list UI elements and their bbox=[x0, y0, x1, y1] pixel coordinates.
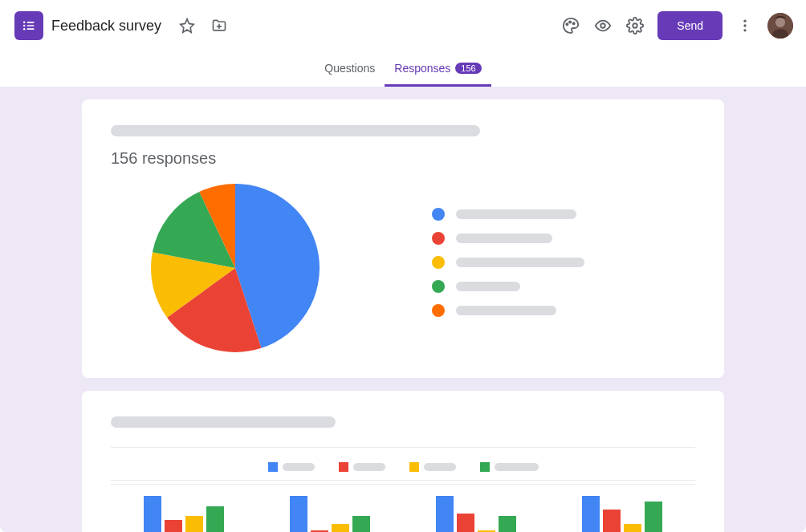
bar bbox=[352, 516, 370, 532]
bar-legend-item bbox=[339, 462, 385, 472]
svg-rect-5 bbox=[27, 28, 35, 30]
account-avatar[interactable] bbox=[767, 13, 793, 39]
svg-point-2 bbox=[23, 25, 26, 27]
tab-responses-label: Responses bbox=[394, 62, 450, 75]
svg-rect-1 bbox=[27, 22, 35, 23]
svg-point-13 bbox=[743, 29, 746, 31]
legend-item bbox=[432, 280, 584, 293]
header: Feedback survey Send bbox=[0, 0, 806, 51]
svg-point-4 bbox=[23, 28, 26, 30]
settings-icon[interactable] bbox=[619, 10, 651, 42]
bar-legend-item bbox=[409, 462, 456, 472]
app-logo[interactable] bbox=[13, 10, 45, 42]
bar-group bbox=[290, 496, 370, 532]
bar-legend-item bbox=[480, 462, 539, 472]
tab-questions-label: Questions bbox=[324, 62, 375, 75]
bar-chart bbox=[111, 484, 695, 532]
bar bbox=[436, 496, 454, 532]
bar bbox=[185, 516, 203, 532]
bar-card bbox=[82, 391, 724, 532]
bar bbox=[165, 520, 182, 532]
legend-item bbox=[432, 256, 584, 269]
bar-group bbox=[582, 496, 662, 532]
svg-point-8 bbox=[573, 22, 575, 24]
question-title-placeholder bbox=[111, 416, 336, 428]
legend-item bbox=[432, 208, 584, 221]
send-button[interactable]: Send bbox=[657, 11, 723, 40]
svg-point-0 bbox=[23, 22, 26, 24]
bar bbox=[603, 510, 621, 532]
svg-point-7 bbox=[569, 21, 571, 22]
tabs: Questions Responses 156 bbox=[0, 51, 806, 87]
responses-count-badge: 156 bbox=[455, 63, 481, 74]
bar bbox=[332, 524, 349, 532]
bar bbox=[624, 524, 641, 532]
pie-legend bbox=[432, 208, 584, 328]
svg-point-15 bbox=[775, 18, 785, 27]
svg-point-6 bbox=[567, 23, 568, 25]
tab-responses[interactable]: Responses 156 bbox=[385, 51, 491, 87]
bar-group bbox=[144, 496, 224, 532]
legend-item bbox=[432, 232, 584, 245]
more-icon[interactable] bbox=[729, 10, 761, 42]
legend-item bbox=[432, 304, 584, 317]
question-title-placeholder bbox=[111, 125, 480, 136]
bar bbox=[582, 496, 600, 532]
star-icon[interactable] bbox=[171, 10, 203, 42]
document-title[interactable]: Feedback survey bbox=[51, 18, 161, 35]
bar-legend bbox=[111, 462, 695, 472]
bar bbox=[144, 496, 161, 532]
svg-point-11 bbox=[743, 20, 746, 22]
bar bbox=[499, 516, 516, 532]
svg-rect-3 bbox=[27, 25, 35, 26]
tab-questions[interactable]: Questions bbox=[315, 51, 385, 87]
pie-chart bbox=[151, 184, 320, 352]
content-area: 156 responses bbox=[0, 87, 806, 532]
bar bbox=[645, 502, 662, 532]
bar bbox=[290, 496, 307, 532]
responses-count-label: 156 responses bbox=[111, 149, 695, 168]
bar bbox=[457, 514, 474, 532]
palette-icon[interactable] bbox=[555, 10, 587, 42]
bar-legend-item bbox=[268, 462, 315, 472]
preview-icon[interactable] bbox=[587, 10, 619, 42]
bar bbox=[206, 506, 224, 532]
svg-point-10 bbox=[633, 23, 638, 28]
bar-group bbox=[436, 496, 516, 532]
move-folder-icon[interactable] bbox=[203, 10, 235, 42]
svg-point-12 bbox=[743, 24, 746, 26]
summary-card: 156 responses bbox=[82, 99, 724, 378]
svg-point-9 bbox=[601, 23, 606, 28]
